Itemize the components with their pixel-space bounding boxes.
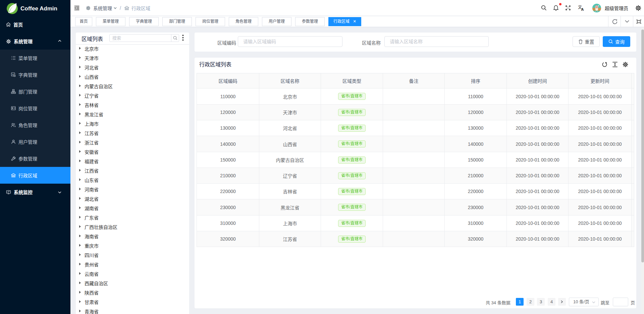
svg-text:A: A: [581, 7, 584, 11]
